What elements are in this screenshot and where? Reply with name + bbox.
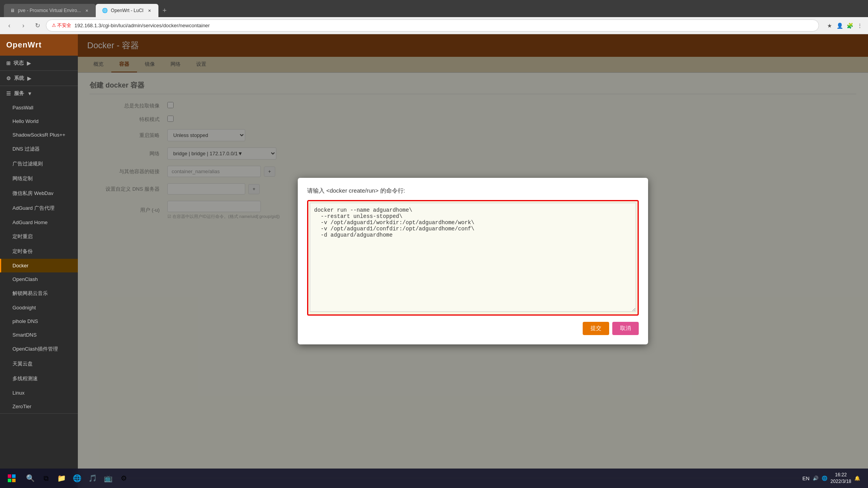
adguard-label: AdGuard Home — [12, 219, 47, 225]
sidebar-item-docker[interactable]: Docker — [0, 259, 78, 272]
sidebar-item-goodnight[interactable]: Goodnight — [0, 301, 78, 314]
taskbar: 🔍 ⧉ 📁 🌐 🎵 📺 ⚙ EN 🔊 🌐 16:22 2022/3/18 🔔 — [0, 469, 868, 488]
tab-openwrt[interactable]: 🌐 OpenWrt - LuCI ✕ — [96, 4, 158, 17]
main-content: Docker - 容器 概览 容器 镜像 网络 设置 创建 docker 容器 … — [78, 34, 868, 488]
new-tab-button[interactable]: + — [158, 4, 171, 17]
services-icon: ☰ — [6, 91, 11, 97]
dns-label: DNS 过滤器 — [12, 146, 40, 153]
argon-label: 解锁网易云音乐 — [12, 290, 48, 297]
tray-network-icon[interactable]: 🌐 — [822, 476, 828, 481]
sidebar-item-zerotier[interactable]: ZeroTier — [0, 400, 78, 413]
bookmark-icon[interactable]: ★ — [825, 21, 834, 30]
sidebar-item-passwall[interactable]: PassWall — [0, 101, 78, 114]
sidebar-item-adsbypass[interactable]: 广告过滤规则 — [0, 156, 78, 171]
docker-label: Docker — [12, 263, 28, 269]
tray-date-text: 2022/3/18 — [831, 478, 851, 485]
taskbar-browser-icon[interactable]: 🌐 — [70, 471, 84, 485]
sidebar-item-pihole[interactable]: pihole DNS — [0, 314, 78, 328]
sidebar-item-shadowsocks[interactable]: ShadowSocksR Plus++ — [0, 128, 78, 142]
sidebar-item-openclash2[interactable]: OpenClash插件管理 — [0, 342, 78, 356]
tray-volume-icon[interactable]: 🔊 — [813, 476, 819, 481]
tray-keyboard-icon[interactable]: EN — [803, 476, 810, 481]
browser-frame: 🖥 pve - Proxmox Virtual Enviro... ✕ 🌐 Op… — [0, 0, 868, 488]
sidebar: OpenWrt ⊞ 状态 ▶ ⚙ 系统 ▶ ☰ 服务 — [0, 34, 78, 488]
passwall-label: PassWall — [12, 105, 33, 111]
sidebar-item-tianyi[interactable]: 天翼云盘 — [0, 356, 78, 371]
forward-button[interactable]: › — [18, 20, 29, 31]
back-button[interactable]: ‹ — [4, 20, 15, 31]
tab-openwrt-title: OpenWrt - LuCI — [111, 8, 144, 13]
sidebar-item-services[interactable]: ☰ 服务 ▼ — [0, 86, 78, 101]
taskbar-tv-icon[interactable]: 📺 — [101, 471, 115, 485]
taskbar-music-icon[interactable]: 🎵 — [86, 471, 100, 485]
tab-bar: 🖥 pve - Proxmox Virtual Enviro... ✕ 🌐 Op… — [0, 0, 868, 17]
status-icon: ⊞ — [6, 60, 11, 66]
tab-openwrt-close[interactable]: ✕ — [147, 8, 152, 13]
webdav-label: 微信私房 WebDav — [12, 190, 53, 197]
tab-pve-close[interactable]: ✕ — [84, 8, 90, 13]
sidebar-item-smartdns[interactable]: SmartDNS — [0, 328, 78, 342]
sidebar-item-dns[interactable]: DNS 过滤器 — [0, 142, 78, 156]
sidebar-status-label: 状态 — [14, 60, 24, 67]
pihole-label: pihole DNS — [12, 318, 38, 324]
start-button[interactable] — [4, 470, 19, 486]
sidebar-item-frps[interactable]: 网络定制 — [0, 171, 78, 186]
modal-cancel-button[interactable]: 取消 — [612, 322, 639, 335]
menu-icon[interactable]: ⋮ — [856, 21, 864, 30]
modal-buttons: 提交 取消 — [307, 322, 639, 335]
sidebar-item-autobackup[interactable]: 定时备份 — [0, 244, 78, 259]
sidebar-item-linux[interactable]: Linux — [0, 386, 78, 400]
sidebar-item-autoreboot[interactable]: 定时重启 — [0, 229, 78, 244]
tray-notifications-icon[interactable]: 🔔 — [854, 476, 860, 481]
sidebar-item-status[interactable]: ⊞ 状态 ▶ — [0, 56, 78, 70]
sidebar-section-system: ⚙ 系统 ▶ — [0, 71, 78, 86]
profile-icon[interactable]: 👤 — [835, 21, 844, 30]
sidebar-item-argon[interactable]: 解锁网易云音乐 — [0, 286, 78, 301]
address-input[interactable]: ⚠ 不安全 192.168.1.3/cgi-bin/luci/admin/ser… — [46, 19, 819, 32]
tray-time-text: 16:22 — [831, 472, 851, 478]
system-icon: ⚙ — [6, 75, 11, 81]
svg-rect-2 — [8, 479, 11, 482]
sidebar-services-label: 服务 — [14, 90, 24, 97]
tray-clock[interactable]: 16:22 2022/3/18 — [831, 472, 851, 485]
sidebar-item-webdav[interactable]: 微信私房 WebDav — [0, 186, 78, 201]
tianyi-label: 天翼云盘 — [12, 360, 33, 367]
modal-title: 请输入 <docker create/run> 的命令行: — [307, 187, 639, 195]
sidebar-item-openclash[interactable]: OpenClash — [0, 272, 78, 286]
tab-openwrt-favicon: 🌐 — [102, 8, 108, 13]
sidebar-logo: OpenWrt — [0, 34, 78, 56]
services-arrow-icon: ▼ — [27, 91, 32, 97]
speedtest-label: 多线程测速 — [12, 375, 38, 382]
autobackup-label: 定时备份 — [12, 248, 33, 255]
taskbar-search-icon[interactable]: 🔍 — [23, 471, 37, 485]
adsbypass-label: 广告过滤规则 — [12, 160, 43, 167]
sidebar-item-adproxy[interactable]: AdGuard 广告代理 — [0, 201, 78, 216]
reload-button[interactable]: ↻ — [32, 20, 43, 31]
tab-pve[interactable]: 🖥 pve - Proxmox Virtual Enviro... ✕ — [4, 4, 96, 17]
taskbar-files-icon[interactable]: 📁 — [54, 471, 69, 485]
tab-pve-title: pve - Proxmox Virtual Enviro... — [18, 8, 81, 13]
security-warning: ⚠ 不安全 — [52, 22, 71, 29]
modal-overlay: 请输入 <docker create/run> 的命令行: docker run… — [78, 34, 868, 488]
address-bar: ‹ › ↻ ⚠ 不安全 192.168.1.3/cgi-bin/luci/adm… — [0, 17, 868, 34]
taskbar-settings-icon[interactable]: ⚙ — [117, 471, 131, 485]
svg-rect-1 — [12, 474, 16, 478]
sidebar-item-speedtest[interactable]: 多线程测速 — [0, 371, 78, 386]
modal-command-textarea[interactable]: docker run --name adguardhome\ --restart… — [310, 203, 636, 312]
sidebar-item-helloworld[interactable]: Hello World — [0, 114, 78, 128]
openclash-label: OpenClash — [12, 276, 38, 282]
modal-textarea-wrapper: docker run --name adguardhome\ --restart… — [307, 200, 639, 316]
frps-label: 网络定制 — [12, 175, 33, 182]
taskbar-task-view-icon[interactable]: ⧉ — [39, 471, 53, 485]
svg-rect-0 — [8, 474, 11, 478]
taskbar-tray: EN 🔊 🌐 16:22 2022/3/18 🔔 — [803, 472, 864, 485]
extension-icon[interactable]: 🧩 — [845, 21, 854, 30]
app-container: OpenWrt ⊞ 状态 ▶ ⚙ 系统 ▶ ☰ 服务 — [0, 34, 868, 488]
address-text: 192.168.1.3/cgi-bin/luci/admin/services/… — [74, 23, 210, 28]
goodnight-label: Goodnight — [12, 305, 36, 311]
sidebar-item-adguard[interactable]: AdGuard Home — [0, 216, 78, 229]
sidebar-section-status: ⊞ 状态 ▶ — [0, 56, 78, 71]
modal-submit-button[interactable]: 提交 — [583, 322, 609, 335]
sidebar-item-system[interactable]: ⚙ 系统 ▶ — [0, 71, 78, 86]
sidebar-system-label: 系统 — [14, 75, 24, 82]
